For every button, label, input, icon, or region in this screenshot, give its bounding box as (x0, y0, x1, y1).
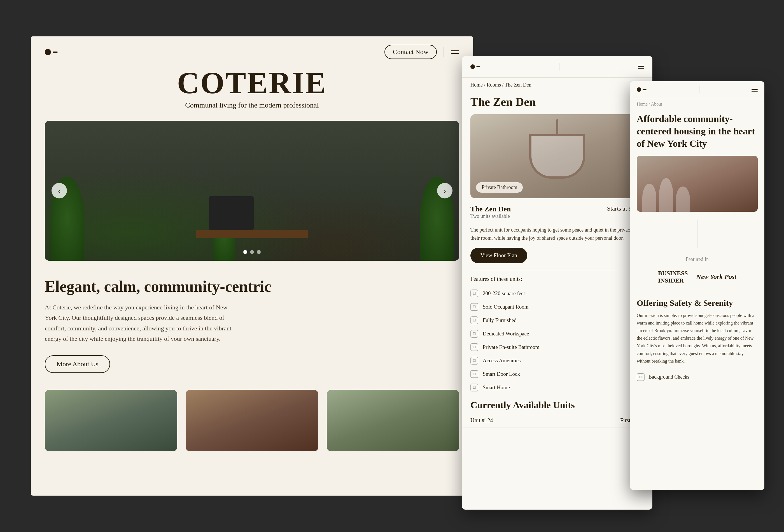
person-3 (676, 187, 690, 212)
amenities-icon: □ (470, 357, 478, 365)
right-divider (697, 220, 698, 248)
bathtub-shape (529, 134, 585, 179)
desktop-window: Contact Now COTERIE Communal living for … (31, 36, 473, 496)
carousel-prev-button[interactable]: ‹ (52, 183, 67, 198)
safety-text: Our mission is simple: to provide budget… (630, 312, 764, 370)
breadcrumb-rooms[interactable]: Rooms (487, 82, 501, 88)
mobile-nav-divider (559, 63, 559, 71)
smarthome-icon: □ (470, 384, 478, 391)
feature-solo: □ Solo Occupant Room (462, 300, 652, 314)
bg-checks-icon: □ (637, 373, 645, 381)
carousel-dot-1[interactable] (243, 250, 247, 254)
main-content: Elegant, calm, community-centric At Cote… (31, 261, 473, 390)
breadcrumb-sep2: / (502, 82, 505, 88)
bathtub-image-sim (479, 123, 636, 190)
nav-divider (444, 47, 444, 57)
desk (196, 230, 308, 238)
feature-workspace: □ Dedicated Workspace (462, 327, 652, 340)
feature-doorlock: □ Smart Door Lock (462, 367, 652, 381)
section-heading: Elegant, calm, community-centric (45, 278, 459, 296)
right-breadcrumb-sep: / (649, 102, 651, 106)
menu-line-1 (451, 50, 459, 51)
menu-line-2 (451, 53, 459, 54)
mobile-navbar (462, 56, 652, 78)
bottom-images (31, 390, 473, 451)
unit-row[interactable]: Unit #124 First Floor (462, 413, 652, 428)
feature-bathroom-label: Private En-suite Bathroom (483, 344, 539, 350)
feature-bathroom: □ Private En-suite Bathroom (462, 340, 652, 354)
hero-subtitle: Communal living for the modern professio… (31, 101, 473, 110)
brand-title: COTERIE (31, 67, 473, 98)
room-info: The Zen Den Two units available Starts a… (462, 198, 652, 226)
person-1 (642, 184, 656, 212)
press-logos: BUSINESSINSIDER New York Post (630, 267, 764, 292)
right-logo-dash (643, 89, 646, 90)
right-menu-line-3 (752, 91, 758, 91)
right-logo (637, 87, 646, 92)
room-info-left: The Zen Den Two units available (470, 205, 511, 219)
carousel-next-button[interactable]: › (437, 183, 452, 198)
feature-doorlock-label: Smart Door Lock (483, 371, 520, 377)
contact-now-button[interactable]: Contact Now (385, 45, 437, 59)
mobile-logo-dash (476, 66, 480, 67)
room-simulation (45, 121, 459, 261)
feature-sqft-label: 200-220 square feet (483, 290, 525, 297)
hamburger-menu-icon[interactable] (451, 50, 459, 54)
people-simulation (637, 178, 758, 212)
breadcrumb-current: The Zen Den (505, 82, 531, 88)
bottom-image-1 (45, 390, 177, 451)
people-photo (45, 390, 177, 451)
sqft-icon: □ (470, 289, 478, 297)
desktop-navbar: Contact Now (31, 36, 473, 67)
unit-number: Unit #124 (470, 417, 493, 424)
chevron-right-icon: › (444, 187, 446, 195)
right-breadcrumb-current: About (651, 102, 662, 106)
bottom-image-2 (186, 390, 318, 451)
available-count: Two units available (470, 213, 511, 219)
hero-carousel: ‹ › (45, 121, 459, 261)
page-title: The Zen Den (462, 92, 652, 114)
right-image (637, 156, 758, 212)
breadcrumb-sep1: / (484, 82, 487, 88)
more-about-us-button[interactable]: More About Us (45, 355, 110, 373)
feature-workspace-label: Dedicated Workspace (483, 331, 529, 337)
right-breadcrumb-home[interactable]: Home (637, 102, 648, 106)
bottom-image-3 (327, 390, 459, 451)
scene: Contact Now COTERIE Communal living for … (0, 0, 784, 532)
solo-icon: □ (470, 303, 478, 311)
breadcrumb-home[interactable]: Home (470, 82, 483, 88)
carousel-dot-3[interactable] (257, 250, 261, 254)
safety-heading: Offering Safety & Serenity (630, 292, 764, 312)
featured-in-label: Featured In (630, 256, 764, 267)
room-image: Private Bathroom (470, 114, 644, 198)
mobile-logo-circle (470, 64, 475, 69)
feature-smarthome: □ Smart Home (462, 381, 652, 394)
view-floor-plan-button[interactable]: View Floor Plan (470, 248, 527, 263)
room-description: The perfect unit for occupants hoping to… (462, 226, 652, 248)
mobile-logo (470, 64, 480, 69)
breadcrumb: Home / Rooms / The Zen Den (462, 78, 652, 92)
chevron-left-icon: ‹ (58, 187, 60, 195)
mobile-window: Home / Rooms / The Zen Den The Zen Den P… (462, 56, 652, 510)
room-name: The Zen Den (470, 205, 511, 213)
bg-checks-label: Background Checks (648, 374, 689, 380)
bathroom-icon: □ (470, 343, 478, 351)
feature-amenities-label: Access Amenities (483, 358, 521, 364)
workspace-icon: □ (470, 330, 478, 338)
features-title: Features of these units: (462, 276, 652, 287)
right-feature-bg-checks: □ Background Checks (630, 370, 764, 384)
divider (470, 270, 644, 270)
person-2 (659, 178, 673, 212)
right-page-heading: Affordable community-centered housing in… (630, 110, 764, 156)
business-insider-logo: BUSINESSINSIDER (658, 270, 688, 284)
feature-smarthome-label: Smart Home (483, 385, 510, 391)
carousel-dot-2[interactable] (250, 250, 254, 254)
private-bathroom-badge: Private Bathroom (476, 182, 523, 193)
right-hamburger-icon[interactable] (752, 88, 758, 91)
right-logo-circle (637, 87, 641, 92)
logo-circle (45, 49, 51, 55)
mobile-hamburger-icon[interactable] (638, 65, 644, 68)
section-body-text: At Coterie, we redefine the way you expe… (45, 302, 241, 344)
mobile-menu-line-3 (638, 68, 644, 68)
nav-right: Contact Now (385, 45, 459, 59)
